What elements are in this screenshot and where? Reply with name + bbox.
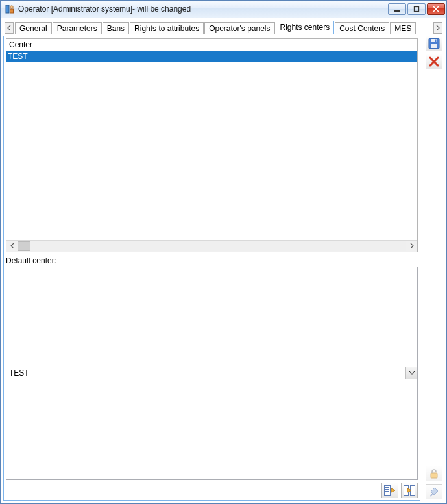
save-button[interactable] [426,36,442,51]
side-toolbar [424,36,444,501]
title-bar: Operator [Administrator systemu]- will b… [1,1,446,18]
maximize-button[interactable] [407,3,426,15]
save-icon [428,38,440,49]
svg-rect-7 [385,489,389,490]
svg-rect-13 [431,44,437,48]
add-all-button[interactable] [401,483,418,498]
tab-rights-to-attributes[interactable]: Rights to attributes [130,22,204,34]
centers-grid[interactable]: Center TEST [6,38,418,252]
hscroll-thumb[interactable] [18,241,30,251]
pin-icon [429,486,439,497]
window-frame: Operator [Administrator systemu]- will b… [0,0,447,504]
tab-rights-centers[interactable]: Rights centers [276,21,335,34]
window-buttons [388,3,445,15]
tab-operator-s-panels[interactable]: Operator's panels [204,22,274,34]
svg-rect-6 [385,487,389,488]
close-button[interactable] [427,3,445,15]
hscroll-right-icon[interactable] [406,241,417,251]
svg-rect-0 [6,5,9,13]
add-from-list-button[interactable] [381,483,398,498]
chevron-down-icon[interactable] [405,367,417,379]
svg-rect-3 [394,10,400,12]
svg-rect-4 [415,7,419,12]
svg-point-1 [10,6,13,8]
grid-hscrollbar[interactable] [6,240,417,252]
delete-icon [429,56,439,67]
app-icon [5,4,15,14]
tab-general[interactable]: General [15,22,52,34]
tab-scroll-left[interactable] [5,22,14,34]
grid-header-center[interactable]: Center [6,39,417,51]
pin-button[interactable] [426,484,442,499]
svg-rect-2 [10,9,14,13]
tab-bans[interactable]: Bans [103,22,129,34]
minimize-button[interactable] [388,3,406,15]
default-center-value: TEST [6,368,405,378]
client-area: GeneralParametersBansRights to attribute… [1,18,446,503]
unlock-button[interactable] [426,466,442,481]
tab-scroll-right[interactable] [433,22,442,34]
tab-cost-centers[interactable]: Cost Centers [335,22,389,34]
hscroll-left-icon[interactable] [6,241,18,251]
svg-rect-14 [435,40,437,42]
default-center-combo[interactable]: TEST [6,267,418,481]
svg-rect-5 [385,486,391,496]
tab-strip: GeneralParametersBansRights to attribute… [3,21,444,34]
svg-rect-15 [431,473,437,478]
svg-line-16 [430,494,433,496]
default-center-label: Default center: [6,256,56,265]
tab-parameters[interactable]: Parameters [53,22,102,34]
tab-mes[interactable]: MES [390,22,416,34]
window-title: Operator [Administrator systemu]- will b… [18,5,388,14]
rights-centers-panel: Center TEST Default center: [3,36,420,501]
unlock-icon [429,468,439,479]
svg-rect-8 [385,491,389,492]
delete-button[interactable] [426,54,442,69]
grid-body[interactable]: TEST [6,51,417,240]
table-row[interactable]: TEST [6,51,417,62]
